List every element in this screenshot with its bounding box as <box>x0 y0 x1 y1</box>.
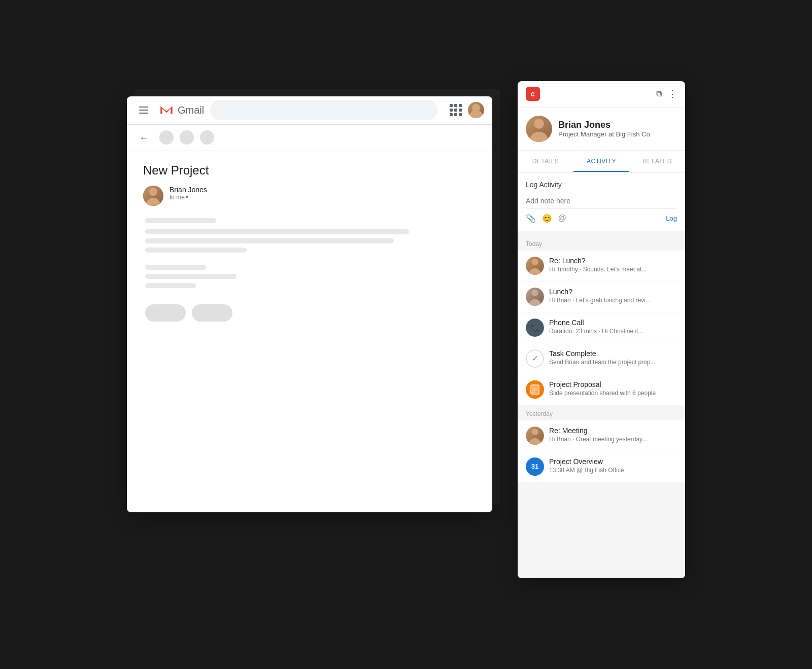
email-body <box>143 218 476 322</box>
activity-subtitle: Slide presentation shared with 6 people <box>549 390 656 397</box>
tab-activity[interactable]: ACTIVITY <box>573 151 629 172</box>
external-link-icon[interactable] <box>656 89 662 98</box>
email-subject: New Project <box>143 163 476 178</box>
activity-title: Phone Call <box>549 319 643 327</box>
sender-avatar <box>143 186 163 206</box>
activity-subtitle: Hi Timothy · Sounds. Let's meet at... <box>549 266 647 273</box>
email-sender-row: Brian Jones to me <box>143 186 476 206</box>
crm-header-bar: c <box>518 81 685 108</box>
log-activity-section: Log Activity Log <box>518 172 685 231</box>
activity-avatar-task: ✓ <box>526 349 544 368</box>
activity-subtitle: Send Brian and team the project prop... <box>549 359 655 366</box>
activity-subtitle: Duration: 23 mins · Hi Christine it... <box>549 328 643 335</box>
activity-content-lunch: Lunch? Hi Brian · Let's grab lunchg and … <box>549 288 651 304</box>
activity-item-re-lunch[interactable]: Re: Lunch? Hi Timothy · Sounds. Let's me… <box>518 251 685 281</box>
mention-icon[interactable] <box>558 214 566 223</box>
activity-subtitle: 13:30 AM @ Big Fish Office <box>549 467 624 474</box>
gmail-logo[interactable]: Gmail <box>158 102 204 118</box>
log-button[interactable]: Log <box>666 215 677 222</box>
crm-profile: Brian Jones Project Manager at Big Fish … <box>518 108 685 151</box>
day-label-today: Today <box>518 235 685 251</box>
activity-subtitle: Hi Brian · Let's grab lunchg and revi... <box>549 297 651 304</box>
activity-title: Re: Meeting <box>549 427 647 435</box>
emoji-icon[interactable] <box>542 214 552 223</box>
log-activity-title: Log Activity <box>526 181 677 189</box>
crm-tabs: DETAILS ACTIVITY RELATED <box>518 151 685 172</box>
gmail-toolbar: Gmail <box>127 96 492 125</box>
activity-avatar-phone: 📞 <box>526 319 544 337</box>
calendar-number: 31 <box>531 463 538 470</box>
hamburger-menu-icon[interactable] <box>135 102 152 118</box>
phone-icon: 📞 <box>526 319 544 337</box>
gmail-email-nav: ← <box>127 125 492 151</box>
activity-content-overview: Project Overview 13:30 AM @ Big Fish Off… <box>549 457 624 474</box>
activity-title: Project Proposal <box>549 380 656 389</box>
activity-item-project-proposal[interactable]: Project Proposal Slide presentation shar… <box>518 374 685 405</box>
email-footer-btns <box>145 304 476 322</box>
crm-logo: c <box>526 87 540 101</box>
apps-icon[interactable] <box>448 102 464 118</box>
activity-item-phone-call[interactable]: 📞 Phone Call Duration: 23 mins · Hi Chri… <box>518 312 685 343</box>
activity-item-re-meeting[interactable]: Re: Meeting Hi Brian · Great meeting yes… <box>518 420 685 451</box>
day-label-yesterday: Yesterday <box>518 405 685 420</box>
log-activity-row: Log <box>526 214 677 223</box>
gmail-user-avatar[interactable] <box>468 102 484 118</box>
sender-to[interactable]: to me <box>170 194 207 201</box>
activity-title: Re: Lunch? <box>549 257 647 265</box>
crm-profile-title: Project Manager at Big Fish Co. <box>558 130 652 138</box>
gmail-search-input[interactable] <box>210 100 437 120</box>
activity-avatar-re-lunch <box>526 257 544 275</box>
activity-title: Project Overview <box>549 457 624 466</box>
reply-button[interactable] <box>145 304 186 322</box>
more-btn[interactable] <box>200 130 214 145</box>
activity-avatar-meeting <box>526 427 544 445</box>
crm-header-icons <box>656 88 677 99</box>
sender-name: Brian Jones <box>170 186 207 194</box>
attachment-icon[interactable] <box>526 214 536 223</box>
email-body-para-1 <box>145 218 476 253</box>
activity-item-lunch[interactable]: Lunch? Hi Brian · Let's grab lunchg and … <box>518 281 685 312</box>
forward-button[interactable] <box>192 304 232 322</box>
crm-profile-name: Brian Jones <box>558 120 652 130</box>
email-body-para-2 <box>145 265 476 288</box>
more-options-icon[interactable] <box>668 88 677 99</box>
tab-related[interactable]: RELATED <box>629 151 685 172</box>
gmail-logo-text: Gmail <box>178 104 204 116</box>
tab-details[interactable]: DETAILS <box>518 151 573 172</box>
gmail-header-icons <box>448 102 484 118</box>
activity-content-task: Task Complete Send Brian and team the pr… <box>549 349 655 366</box>
archive-btn[interactable] <box>159 130 174 145</box>
activity-title: Lunch? <box>549 288 651 296</box>
activity-item-task-complete[interactable]: ✓ Task Complete Send Brian and team the … <box>518 343 685 374</box>
sender-info: Brian Jones to me <box>170 186 207 201</box>
check-icon: ✓ <box>526 349 544 368</box>
activity-content-phone: Phone Call Duration: 23 mins · Hi Christ… <box>549 319 643 335</box>
activity-title: Task Complete <box>549 349 655 358</box>
activity-content-proposal: Project Proposal Slide presentation shar… <box>549 380 656 397</box>
activity-avatar-lunch <box>526 288 544 306</box>
calendar-icon: 31 <box>526 457 544 476</box>
svg-rect-2 <box>531 385 539 394</box>
log-activity-input[interactable] <box>526 194 677 208</box>
activity-item-project-overview[interactable]: 31 Project Overview 13:30 AM @ Big Fish … <box>518 451 685 482</box>
activity-avatar-calendar: 31 <box>526 457 544 476</box>
activity-icons-row <box>526 214 566 223</box>
crm-profile-info: Brian Jones Project Manager at Big Fish … <box>558 120 652 138</box>
activity-avatar-doc <box>526 380 544 399</box>
email-content: New Project Brian Jones to me <box>127 151 492 334</box>
delete-btn[interactable] <box>180 130 194 145</box>
document-icon <box>526 380 544 399</box>
back-button[interactable]: ← <box>135 130 153 146</box>
activity-content-re-lunch: Re: Lunch? Hi Timothy · Sounds. Let's me… <box>549 257 647 273</box>
crm-panel: c Brian Jones Project Manager at Big Fis… <box>518 81 685 578</box>
crm-body: Log Activity Log Today <box>518 172 685 578</box>
activity-subtitle: Hi Brian · Great meeting yesterday... <box>549 436 647 443</box>
gmail-window: Gmail ← New P <box>127 96 492 512</box>
crm-logo-letter: c <box>531 90 535 98</box>
crm-profile-avatar <box>526 116 552 142</box>
activity-content-meeting: Re: Meeting Hi Brian · Great meeting yes… <box>549 427 647 443</box>
